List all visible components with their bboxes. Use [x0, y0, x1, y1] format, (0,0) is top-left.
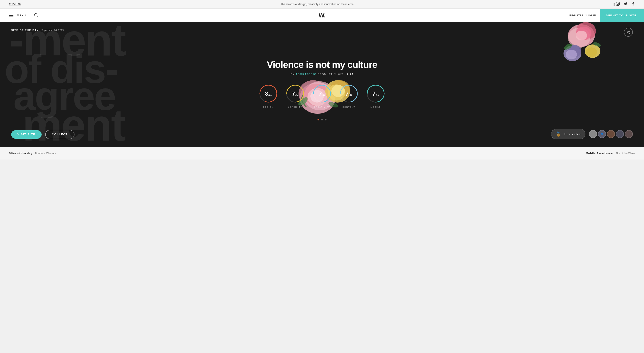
site-tagline: The awards of design, creativity and inn…: [280, 3, 354, 6]
dot-3[interactable]: [325, 119, 326, 120]
svg-point-30: [627, 32, 628, 33]
svg-point-13: [585, 44, 600, 58]
bottom-left: Sites of the day Previous Winners: [9, 152, 56, 155]
score-value-content: 7: [346, 90, 348, 97]
share-button[interactable]: [624, 28, 633, 37]
navbar: MENU W. REGISTER / LOG IN SUBMIT YOUR SI…: [0, 9, 644, 22]
twitter-icon[interactable]: [624, 2, 628, 7]
circle-label-design: 8.11: [265, 91, 272, 96]
jury-avatar-3: [607, 130, 615, 138]
svg-line-33: [628, 31, 629, 32]
svg-point-7: [568, 28, 590, 48]
svg-point-3: [35, 13, 37, 16]
svg-point-12: [566, 50, 577, 59]
circle-label-mobile: 7.50: [372, 91, 379, 96]
score-item-design: 8.11 DESIGN: [258, 83, 278, 108]
svg-point-5: [568, 24, 595, 47]
hero-score: 7.76: [347, 73, 353, 75]
flower-decoration-top: [559, 22, 604, 67]
svg-point-15: [563, 42, 573, 51]
svg-point-16: [592, 41, 601, 47]
hero-actions: Visit Site Collect: [11, 130, 74, 139]
hero-title: Violence is not my culture: [258, 59, 386, 70]
hero-byline: BY ADORATORIO FROM ITALY WITH 7.76: [258, 73, 386, 75]
hamburger-icon[interactable]: [9, 14, 14, 17]
score-name-mobile: MOBILE: [370, 106, 381, 108]
svg-point-1: [617, 3, 619, 5]
bottom-right: Mobile Excellence Site of the Week: [586, 152, 635, 155]
sotd-label: Site of the Day September 04, 2019: [11, 29, 64, 31]
bg-word-1: -ment: [0, 22, 644, 60]
social-links: : [614, 2, 635, 7]
score-value-design: 8: [265, 90, 268, 97]
menu-label[interactable]: MENU: [17, 14, 26, 17]
jury-avatar-1: [589, 130, 597, 138]
circle-label-content: 7.23: [346, 91, 352, 96]
collect-button[interactable]: Collect: [45, 130, 74, 139]
svg-line-32: [628, 32, 629, 33]
bottom-bar: Sites of the day Previous Winners Mobile…: [0, 147, 644, 160]
circle-mobile: 7.50: [366, 83, 386, 104]
score-name-design: DESIGN: [263, 106, 274, 108]
visit-site-button[interactable]: Visit Site: [11, 130, 42, 139]
bottom-sotd-title: Sites of the day: [9, 152, 32, 155]
register-login-link[interactable]: REGISTER / LOG IN: [569, 14, 596, 17]
instagram-icon[interactable]: : [614, 2, 620, 7]
jury-avatar-4: [616, 130, 624, 138]
nav-right: REGISTER / LOG IN SUBMIT YOUR SITE!: [569, 9, 635, 22]
score-circles: 8.11 DESIGN 7.41 USABILITY: [258, 83, 386, 108]
score-value-usability: 7: [292, 90, 295, 97]
search-icon[interactable]: [34, 13, 38, 18]
language-selector[interactable]: ENGLISH: [9, 3, 21, 6]
laurel-icon: 🏅: [556, 131, 562, 137]
svg-point-14: [586, 47, 597, 57]
slide-dots: [318, 119, 326, 120]
score-item-content: 7.23 CONTENT: [339, 83, 359, 108]
dot-1[interactable]: [318, 119, 319, 120]
circle-content: 7.23: [339, 83, 359, 104]
jury-area: 🏅 Jury votes 👤: [551, 129, 633, 139]
score-value-creativity: 7: [319, 90, 322, 97]
svg-point-8: [576, 26, 592, 40]
nav-left: MENU: [9, 13, 38, 18]
circle-design: 8.11: [258, 83, 278, 104]
circle-usability: 7.41: [285, 83, 305, 104]
score-name-content: CONTENT: [342, 106, 355, 108]
byline-with: WITH: [338, 73, 346, 75]
jury-votes-button[interactable]: 🏅 Jury votes: [551, 129, 586, 139]
byline-by: BY: [291, 73, 295, 75]
jury-avatars: 👤: [589, 130, 633, 138]
score-item-mobile: 7.50 MOBILE: [366, 83, 386, 108]
svg-point-11: [568, 45, 582, 57]
score-name-creativity: CREATIVITY: [314, 106, 330, 108]
circle-label-usability: 7.41: [292, 91, 298, 96]
site-logo[interactable]: W.: [319, 12, 326, 19]
bottom-sotd-sub[interactable]: Previous Winners: [35, 152, 56, 155]
jury-avatar-2: 👤: [598, 130, 606, 138]
hero-author[interactable]: ADORATORIO: [296, 73, 317, 75]
score-item-usability: 7.41 USABILITY: [285, 83, 305, 108]
svg-point-9: [576, 31, 587, 40]
submit-site-button[interactable]: SUBMIT YOUR SITE!: [600, 9, 644, 22]
jury-votes-label: Jury votes: [564, 133, 581, 135]
sotd-title-text: Site of the Day: [11, 29, 39, 31]
byline-from: FROM: [318, 73, 327, 75]
circle-creativity: 7.83: [312, 83, 332, 104]
svg-line-4: [37, 16, 38, 16]
hero-content: Violence is not my culture BY ADORATORIO…: [258, 59, 386, 110]
svg-rect-0: [616, 2, 620, 5]
facebook-icon[interactable]: [631, 2, 635, 7]
svg-point-31: [629, 33, 630, 34]
sotd-date: September 04, 2019: [41, 29, 64, 31]
score-value-mobile: 7: [372, 90, 376, 97]
bottom-mobile-sub[interactable]: Site of the Week: [616, 152, 635, 155]
svg-point-10: [564, 45, 582, 61]
score-name-usability: USABILITY: [288, 106, 302, 108]
svg-point-6: [576, 22, 596, 40]
svg-point-29: [629, 31, 630, 31]
top-bar: ENGLISH The awards of design, creativity…: [0, 0, 644, 9]
bg-word-4: ment: [0, 105, 644, 145]
score-item-creativity: 7.83 CREATIVITY: [312, 83, 332, 108]
dot-2[interactable]: [321, 119, 323, 120]
bottom-mobile-title: Mobile Excellence: [586, 152, 613, 155]
